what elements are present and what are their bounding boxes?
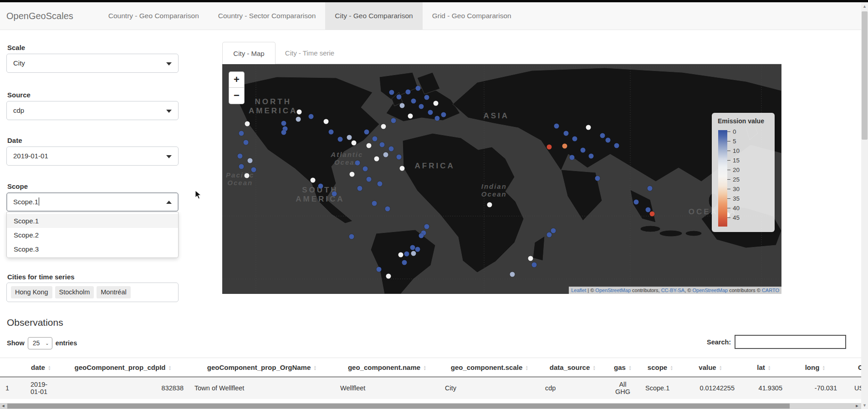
column-header-data_source[interactable]: data_source▲▼ bbox=[540, 358, 606, 377]
map-marker[interactable] bbox=[397, 94, 402, 99]
map-marker[interactable] bbox=[441, 112, 446, 117]
column-header-scope[interactable]: scope▲▼ bbox=[640, 358, 681, 377]
map-marker[interactable] bbox=[318, 183, 323, 188]
map-marker[interactable] bbox=[349, 234, 354, 239]
map-marker[interactable] bbox=[650, 212, 655, 217]
nav-tab-city-geo-compararison[interactable]: City - Geo Compararison bbox=[325, 2, 422, 30]
column-header-geo_component.name[interactable]: geo_component.name▲▼ bbox=[335, 358, 439, 377]
map-marker[interactable] bbox=[383, 152, 388, 157]
attribution-link[interactable]: Leaflet bbox=[571, 288, 586, 293]
map-marker[interactable] bbox=[374, 157, 379, 162]
map-marker[interactable] bbox=[245, 121, 250, 126]
map-marker[interactable] bbox=[415, 247, 420, 252]
map-marker[interactable] bbox=[528, 256, 533, 261]
sort-icon[interactable]: ▲▼ bbox=[822, 365, 825, 371]
sort-icon[interactable]: ▲▼ bbox=[168, 365, 172, 371]
nav-tab-grid-geo-compararison[interactable]: Grid - Geo Compararison bbox=[423, 2, 521, 30]
map-marker[interactable] bbox=[389, 90, 394, 95]
map-marker[interactable] bbox=[248, 158, 253, 163]
scope-combobox[interactable]: Scope.1 bbox=[6, 192, 179, 212]
map-tab-city-time-serie[interactable]: City - Time serie bbox=[276, 42, 344, 64]
map-marker[interactable] bbox=[600, 133, 605, 138]
map-marker[interactable] bbox=[324, 119, 329, 124]
map-marker[interactable] bbox=[434, 101, 439, 106]
map-marker[interactable] bbox=[355, 161, 360, 166]
scroll-down-arrow-icon[interactable]: ▼ bbox=[861, 402, 868, 409]
sort-icon[interactable]: ▲▼ bbox=[423, 365, 426, 371]
attribution-link[interactable]: CARTO bbox=[762, 288, 779, 293]
map-marker[interactable] bbox=[402, 260, 407, 265]
map-marker[interactable] bbox=[606, 137, 611, 142]
date-select[interactable]: 2019-01-01 bbox=[6, 146, 179, 166]
city-tag[interactable]: Stockholm bbox=[55, 286, 94, 298]
map-marker[interactable] bbox=[338, 136, 343, 141]
column-header-lat[interactable]: lat▲▼ bbox=[740, 358, 788, 377]
nav-tab-country-geo-compararison[interactable]: Country - Geo Compararison bbox=[99, 2, 209, 30]
map-marker[interactable] bbox=[378, 181, 383, 186]
map-marker[interactable] bbox=[411, 251, 416, 256]
attribution-link[interactable]: CC-BY-SA bbox=[661, 288, 685, 293]
sort-icon[interactable]: ▲▼ bbox=[313, 365, 317, 371]
horizontal-scrollbar-thumb[interactable] bbox=[7, 404, 790, 409]
table-row[interactable]: 12019-01-01832838Town of WellfleetWellfl… bbox=[0, 377, 861, 399]
map-marker[interactable] bbox=[351, 140, 356, 145]
sort-icon[interactable]: ▲▼ bbox=[628, 365, 632, 371]
map-marker[interactable] bbox=[564, 131, 569, 136]
map-marker[interactable] bbox=[380, 142, 385, 147]
map-marker[interactable] bbox=[645, 207, 650, 212]
map-marker[interactable] bbox=[419, 104, 424, 109]
map-marker[interactable] bbox=[614, 143, 619, 148]
column-header-geo_component.scale[interactable]: geo_component.scale▲▼ bbox=[439, 358, 540, 377]
column-header-value[interactable]: value▲▼ bbox=[681, 358, 740, 377]
map-marker[interactable] bbox=[586, 125, 591, 130]
map-marker[interactable] bbox=[386, 273, 391, 278]
map-marker[interactable] bbox=[397, 154, 402, 159]
scope-option-scope-3[interactable]: Scope.3 bbox=[7, 242, 178, 256]
leaflet-map[interactable]: NORTH AMERICAASIAAFRICASOUTH AMERICAOCEA… bbox=[222, 64, 781, 294]
scale-select[interactable]: City bbox=[6, 54, 179, 73]
map-marker[interactable] bbox=[364, 129, 369, 134]
map-marker[interactable] bbox=[434, 116, 439, 121]
sort-icon[interactable]: ▲▼ bbox=[48, 365, 51, 371]
attribution-link[interactable]: OpenStreetMap bbox=[692, 288, 728, 293]
zoom-out-button[interactable]: − bbox=[229, 88, 244, 104]
map-marker[interactable] bbox=[648, 186, 653, 191]
map-marker[interactable] bbox=[415, 86, 420, 91]
map-marker[interactable] bbox=[391, 118, 396, 123]
map-marker[interactable] bbox=[372, 201, 377, 206]
map-marker[interactable] bbox=[411, 98, 416, 103]
map-marker[interactable] bbox=[410, 245, 415, 250]
map-marker[interactable] bbox=[376, 267, 381, 272]
sort-icon[interactable]: ▲▼ bbox=[719, 365, 722, 371]
scroll-left-arrow-icon[interactable]: ◄ bbox=[0, 403, 6, 409]
map-marker[interactable] bbox=[309, 114, 314, 119]
map-marker[interactable] bbox=[363, 166, 368, 171]
map-marker[interactable] bbox=[589, 154, 594, 159]
map-marker[interactable] bbox=[562, 143, 567, 148]
map-marker[interactable] bbox=[547, 232, 552, 237]
column-header-gas[interactable]: gas▲▼ bbox=[606, 358, 640, 377]
sort-icon[interactable]: ▲▼ bbox=[670, 365, 673, 371]
map-marker[interactable] bbox=[296, 116, 301, 121]
scope-option-scope-1[interactable]: Scope.1 bbox=[7, 214, 178, 228]
map-marker[interactable] bbox=[297, 109, 302, 114]
map-marker[interactable] bbox=[385, 207, 390, 212]
map-marker[interactable] bbox=[381, 124, 386, 129]
map-marker[interactable] bbox=[281, 130, 286, 135]
map-marker[interactable] bbox=[239, 131, 244, 136]
page-size-select[interactable]: 25 ⌄ bbox=[28, 337, 52, 349]
map-marker[interactable] bbox=[569, 155, 574, 160]
map-marker[interactable] bbox=[366, 143, 371, 148]
column-header-geoComponent_prop_OrgName[interactable]: geoComponent_prop_OrgName▲▼ bbox=[189, 358, 335, 377]
map-marker[interactable] bbox=[400, 103, 405, 108]
map-marker[interactable] bbox=[357, 186, 363, 191]
column-header-geoComponent_prop_cdpId[interactable]: geoComponent_prop_cdpId▲▼ bbox=[57, 358, 189, 377]
map-marker[interactable] bbox=[404, 251, 409, 256]
column-header-date[interactable]: date▲▼ bbox=[25, 358, 57, 377]
map-marker[interactable] bbox=[238, 154, 243, 159]
map-marker[interactable] bbox=[419, 233, 424, 238]
map-marker[interactable] bbox=[424, 224, 429, 229]
scroll-up-arrow-icon[interactable]: ▲ bbox=[861, 3, 868, 10]
map-marker[interactable] bbox=[532, 262, 537, 267]
sort-icon[interactable]: ▲▼ bbox=[592, 365, 596, 371]
